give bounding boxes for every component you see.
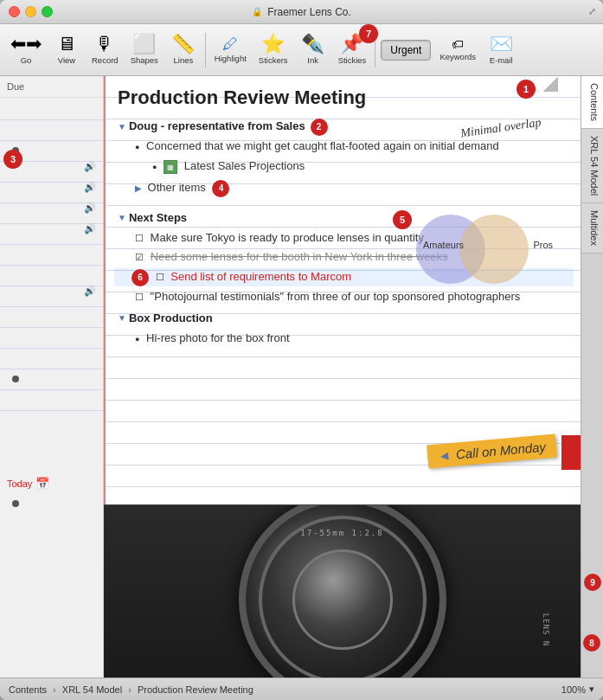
next-step-item-2: ☑ Need some lenses for the booth in New … [118,248,570,267]
email-label: E-mail [490,55,513,65]
outline-item-doug: ▼ Doug - representative from Sales 2 [118,118,570,136]
next-steps-title: Next Steps [129,209,187,228]
badge-6: 6 [132,269,149,286]
today-row: Today 📅 [7,477,49,490]
badge-8: 8 [583,634,600,652]
lens-ring-2 [292,549,393,650]
stickers-button[interactable]: ⭐ Stickers [253,31,293,68]
speaker-icon-1: 🔊 [84,161,96,172]
next-step-item-4: ☐ "Photojournal testimonials" from three… [118,288,570,306]
sidebar-line [0,327,103,328]
ink-button[interactable]: ✒️ Ink [295,31,331,68]
zoom-area: 100% ▾ [561,684,594,695]
bullet-icon-2: ● [152,163,157,171]
zoom-arrow-icon: ▾ [589,684,594,695]
keywords-icon: 🏷 [452,38,464,50]
email-button[interactable]: ✉️ E-mail [483,31,519,68]
view-icon: 🖥 [57,35,76,54]
lens-ring-1 [259,516,427,678]
speaker-icon-4: 🔊 [84,223,96,234]
sidebar-line [0,119,103,120]
window-title: 🔒 Fraemer Lens Co. [252,6,351,18]
badge-2: 2 [311,119,328,136]
box-item-1: ● Hi-res photo for the box front [118,330,570,348]
maximize-button[interactable] [42,6,53,17]
tab-xrl-model[interactable]: XRL 54 Model [581,129,603,203]
camera-lens: 17-55mm 1:2.8 [239,504,446,678]
doug-text: Doug - representative from Sales [129,118,305,136]
stickers-label: Stickers [259,55,288,65]
checkbox-1: ☐ [135,233,144,243]
tab-multidex[interactable]: Multidex [581,203,603,254]
sticky-note: ◄ Call on Monday [427,434,557,469]
highlight-button[interactable]: 🖊 Highlight [209,33,252,67]
camera-image: 17-55mm 1:2.8 LENS N [104,504,581,678]
doc-content: Production Review Meeting ▼ Doug - repre… [104,76,581,356]
traffic-lights [9,6,53,17]
sidebar-line [0,265,103,266]
shapes-icon: ⬜ [132,35,156,54]
stickies-label: Stickies [338,55,367,65]
sticky-note-area: ◄ Call on Monday [427,440,556,463]
sidebar-dot-2 [12,376,19,382]
red-bookmark [561,435,581,470]
box-production-title: Box Production [129,310,213,328]
today-label: Today [7,478,32,489]
go-label: Go [21,55,32,65]
minimize-button[interactable] [25,6,36,17]
keywords-button[interactable]: 🏷 Keywords [434,35,481,65]
sticky-text: Call on Monday [455,440,546,462]
bullet-icon: ● [135,143,139,151]
right-sidebar: 9 Contents XRL 54 Model Multidex 8 [581,76,603,678]
outline-item-other: ▶ Other items 4 [118,179,570,197]
toolbar: 7 ⬅➡ Go 🖥 View 🎙 Record ⬜ Shapes 📏 Lines… [0,24,603,76]
sidebar-dot-3 [12,500,19,507]
breadcrumb-sep-1: › [53,684,56,695]
lock-icon: 🔒 [252,7,262,16]
record-icon: 🎙 [95,35,114,54]
badge-4: 4 [212,180,229,197]
view-label: View [58,55,75,65]
red-item-text: Send list of requirements to Marcom [170,270,351,283]
badge-9: 9 [584,574,601,591]
go-icon: ⬅➡ [10,35,42,54]
record-label: Record [92,55,119,65]
badge-5: 5 [393,210,412,229]
main-area: Due 3 🔊 🔊 🔊 🔊 🔊 [0,76,603,678]
speaker-icon-3: 🔊 [84,202,96,214]
breadcrumb-3: Production Review Meeting [138,684,253,695]
stickers-icon: ⭐ [261,35,285,54]
badge-8-area: 8 [583,634,600,652]
document-area: 14 1 Minimal overlap Production Review M… [104,76,581,678]
ink-label: Ink [307,55,318,65]
view-button[interactable]: 🖥 View [48,31,85,68]
sidebar-line [0,369,103,369]
sidebar-line [0,410,103,411]
outline-box-production: ▼ Box Production [118,310,570,328]
lines-button[interactable]: 📏 Lines [165,31,202,68]
outline-item-sales-proj: ● ▦ Latest Sales Projections [118,157,570,176]
record-button[interactable]: 🎙 Record [87,31,124,68]
triangle-right-icon: ▶ [135,183,142,193]
checkbox-2: ☑ [135,252,144,262]
breadcrumb-2: XRL 54 Model [62,684,122,695]
go-button[interactable]: ⬅➡ Go [5,31,47,68]
badge-1: 1 [516,80,536,99]
sticky-arrow-icon: ◄ [437,447,451,463]
strikethrough-text: Need some lenses for the booth in New Yo… [151,250,448,263]
tab-contents[interactable]: Contents [581,76,603,129]
title-bar: 🔒 Fraemer Lens Co. ⤢ [0,0,603,24]
breadcrumb: Contents › XRL 54 Model › Production Rev… [9,684,253,695]
highlight-label: Highlight [215,54,247,63]
close-button[interactable] [9,6,20,17]
expand-icon[interactable]: ⤢ [588,6,596,17]
zoom-level: 100% [561,684,586,695]
ink-icon: ✒️ [301,35,324,54]
app-window: 🔒 Fraemer Lens Co. ⤢ 7 ⬅➡ Go 🖥 View 🎙 Re… [0,0,603,700]
badge-3: 3 [3,150,22,169]
urgent-button[interactable]: Urgent [381,40,431,61]
breadcrumb-sep-2: › [128,684,132,695]
sidebar-line [0,244,103,245]
shapes-button[interactable]: ⬜ Shapes [125,31,164,68]
speaker-icon-2: 🔊 [84,182,96,193]
